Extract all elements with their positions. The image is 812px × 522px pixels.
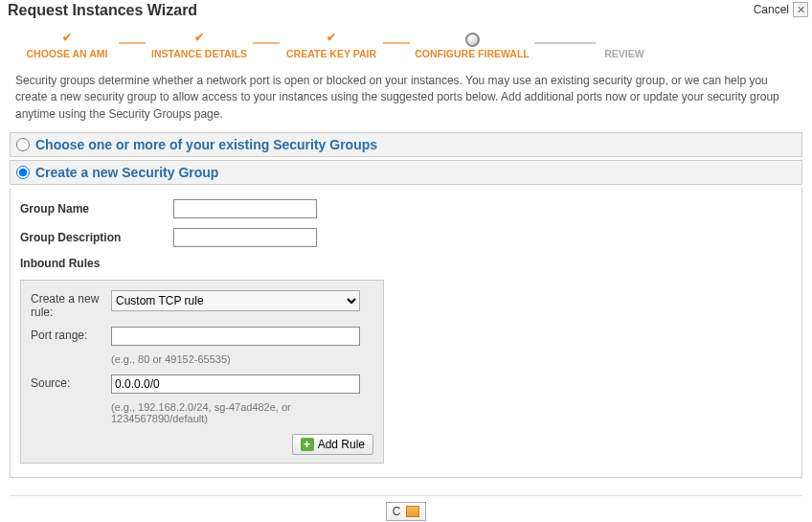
group-name-label: Group Name bbox=[20, 202, 173, 216]
step-label: CONFIGURE FIREWALL bbox=[410, 48, 534, 59]
source-input[interactable] bbox=[111, 374, 360, 394]
source-label: Source: bbox=[31, 374, 111, 390]
add-rule-button[interactable]: + Add Rule bbox=[292, 434, 373, 455]
step-label: REVIEW bbox=[596, 48, 653, 59]
radio-create[interactable] bbox=[16, 166, 30, 179]
group-description-label: Group Description bbox=[20, 231, 173, 244]
group-description-input[interactable] bbox=[173, 228, 317, 247]
close-icon[interactable]: ✕ bbox=[793, 2, 808, 17]
step-separator bbox=[253, 42, 280, 44]
continue-label-partial: C bbox=[393, 505, 401, 518]
continue-button[interactable]: C bbox=[386, 502, 427, 521]
rule-type-select[interactable]: Custom TCP rule bbox=[111, 290, 360, 311]
plus-icon: + bbox=[301, 438, 314, 451]
option-create-group[interactable]: Create a new Security Group bbox=[10, 160, 802, 185]
create-group-body: Group Name Group Description Inbound Rul… bbox=[10, 188, 802, 478]
group-name-input[interactable] bbox=[173, 199, 317, 218]
inbound-rules-title: Inbound Rules bbox=[20, 257, 792, 270]
wizard-steps: ✔ CHOOSE AN AMI ✔ INSTANCE DETAILS ✔ CRE… bbox=[8, 27, 804, 65]
port-range-input[interactable] bbox=[111, 327, 360, 346]
new-rule-label: Create a new rule: bbox=[31, 290, 111, 319]
step-separator bbox=[119, 42, 146, 44]
step-instance-details: ✔ INSTANCE DETAILS bbox=[146, 31, 253, 59]
step-create-key-pair: ✔ CREATE KEY PAIR bbox=[280, 31, 383, 59]
step-label: CREATE KEY PAIR bbox=[280, 48, 383, 59]
step-review: ✔ REVIEW bbox=[596, 31, 653, 59]
intro-text: Security groups determine whether a netw… bbox=[0, 73, 812, 132]
check-icon: ✔ bbox=[146, 31, 253, 44]
add-rule-label: Add Rule bbox=[318, 438, 365, 451]
footer: C bbox=[10, 495, 802, 521]
step-choose-ami: ✔ CHOOSE AN AMI bbox=[15, 31, 119, 59]
step-label: INSTANCE DETAILS bbox=[146, 48, 253, 59]
option-existing-group[interactable]: Choose one or more of your existing Secu… bbox=[10, 132, 802, 157]
check-icon: ✔ bbox=[15, 31, 119, 44]
radio-existing[interactable] bbox=[16, 138, 30, 151]
step-label: CHOOSE AN AMI bbox=[15, 48, 119, 59]
option-existing-label: Choose one or more of your existing Secu… bbox=[35, 137, 377, 152]
continue-arrow-icon bbox=[406, 506, 419, 517]
wizard-title: Request Instances Wizard bbox=[8, 2, 197, 19]
current-step-knob-icon bbox=[465, 33, 480, 47]
step-separator bbox=[383, 42, 410, 44]
option-create-label: Create a new Security Group bbox=[35, 165, 218, 180]
port-range-hint: (e.g., 80 or 49152-65535) bbox=[111, 353, 373, 365]
check-icon: ✔ bbox=[280, 31, 383, 44]
inbound-rule-box: Create a new rule: Custom TCP rule Port … bbox=[20, 280, 384, 464]
port-range-label: Port range: bbox=[31, 327, 111, 342]
source-hint: (e.g., 192.168.2.0/24, sg-47ad482e, or 1… bbox=[111, 401, 373, 424]
cancel-link[interactable]: Cancel bbox=[754, 3, 789, 16]
step-configure-firewall: CONFIGURE FIREWALL bbox=[410, 31, 534, 59]
step-separator bbox=[534, 42, 596, 44]
